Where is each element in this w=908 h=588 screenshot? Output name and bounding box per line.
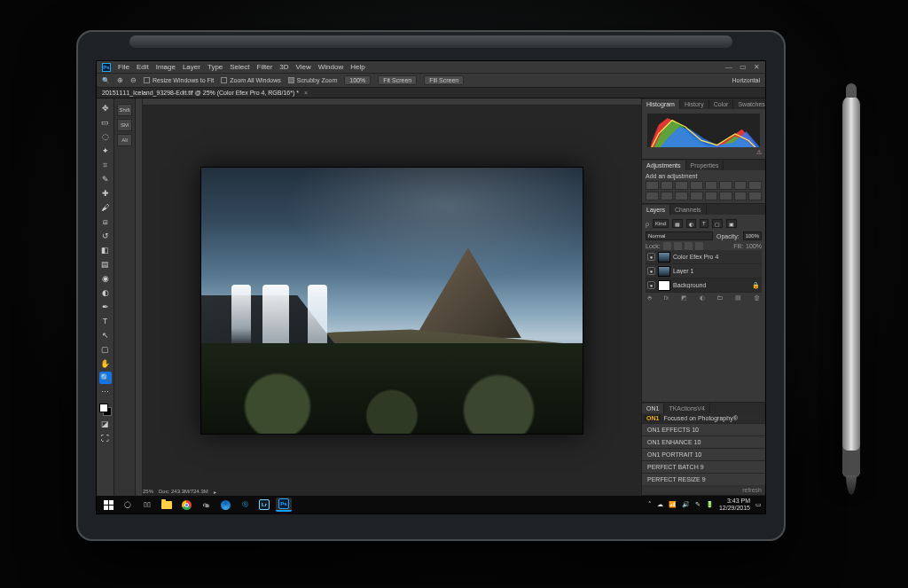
layer-filter-smart-icon[interactable]: ▣: [726, 219, 737, 228]
window-maximize-icon[interactable]: ▭: [740, 63, 747, 71]
layer-name[interactable]: Color Efex Pro 4: [673, 254, 760, 260]
adj-brightness-icon[interactable]: [646, 181, 659, 190]
opacity-value[interactable]: 100%: [743, 231, 762, 240]
adj-selective-color-icon[interactable]: [748, 192, 762, 200]
menu-help[interactable]: Help: [350, 63, 364, 71]
taskbar-lightroom[interactable]: Lr: [256, 498, 272, 512]
tool-marquee[interactable]: ▭: [99, 116, 112, 129]
color-swatches[interactable]: [99, 404, 112, 416]
layer-row[interactable]: ● Layer 1: [646, 264, 762, 278]
tab-on1[interactable]: ON1: [642, 404, 664, 413]
tool-quickmask[interactable]: ◪: [99, 418, 112, 430]
lock-position-icon[interactable]: [685, 242, 693, 250]
taskbar-file-explorer[interactable]: [159, 498, 175, 512]
window-close-icon[interactable]: ✕: [754, 63, 760, 71]
plugin-resize[interactable]: PERFECT RESIZE 9: [642, 473, 765, 485]
menu-window[interactable]: Window: [318, 63, 343, 71]
menu-view[interactable]: View: [296, 63, 311, 71]
layer-fx-icon[interactable]: fx: [664, 294, 669, 302]
menu-filter[interactable]: Filter: [257, 63, 273, 71]
adj-photo-filter-icon[interactable]: [646, 192, 659, 200]
task-view-icon[interactable]: ▯▯: [139, 498, 155, 512]
layer-visibility-icon[interactable]: ●: [647, 267, 655, 275]
tab-layers[interactable]: Layers: [642, 205, 670, 215]
layer-filter-pixel-icon[interactable]: ▦: [672, 219, 683, 228]
plugin-enhance[interactable]: ON1 ENHANCE 10: [642, 435, 765, 448]
adj-vibrance-icon[interactable]: [705, 181, 718, 190]
tray-pen-icon[interactable]: ✎: [695, 501, 701, 508]
tool-path[interactable]: ↖: [99, 329, 112, 341]
menu-type[interactable]: Type: [207, 63, 223, 71]
tool-more[interactable]: ⋯: [99, 386, 112, 398]
adj-gradient-map-icon[interactable]: [734, 192, 748, 200]
tool-history-brush[interactable]: ↺: [99, 230, 112, 242]
resize-windows-checkbox[interactable]: [144, 77, 150, 83]
plugin-refresh-link[interactable]: refresh: [742, 487, 762, 493]
tool-dodge[interactable]: ◐: [99, 286, 112, 299]
menu-edit[interactable]: Edit: [137, 63, 149, 71]
taskbar-store-icon[interactable]: 🛍: [198, 498, 214, 512]
tool-wand[interactable]: ✦: [99, 145, 112, 157]
zoom-tool-icon[interactable]: 🔍: [102, 77, 110, 84]
tool-move[interactable]: ✥: [99, 102, 112, 114]
document-tab-close-icon[interactable]: ×: [304, 90, 308, 96]
new-adjustment-icon[interactable]: ◐: [700, 294, 705, 302]
menu-image[interactable]: Image: [156, 63, 176, 71]
adj-curves-icon[interactable]: [675, 181, 688, 190]
tool-pen[interactable]: ✒: [99, 301, 112, 313]
cortana-search-icon[interactable]: ◯: [120, 498, 136, 512]
fill-value[interactable]: 100%: [746, 243, 762, 249]
tool-text[interactable]: T: [99, 315, 112, 327]
fit-screen-button[interactable]: Fit Screen: [378, 75, 417, 85]
plugin-portrait[interactable]: ON1 PORTRAIT 10: [642, 448, 765, 460]
tool-crop[interactable]: ⌗: [99, 159, 112, 171]
zoom-all-checkbox[interactable]: [221, 77, 227, 83]
menu-3d[interactable]: 3D: [279, 63, 288, 71]
zoom-100-button[interactable]: 100%: [344, 75, 371, 85]
layer-visibility-icon[interactable]: ●: [647, 253, 655, 261]
menu-layer[interactable]: Layer: [183, 63, 200, 71]
zoom-in-icon[interactable]: ⊕: [117, 76, 123, 84]
layer-visibility-icon[interactable]: ●: [647, 281, 655, 289]
tool-screenmode[interactable]: ⛶: [99, 432, 112, 444]
tab-channels[interactable]: Channels: [670, 205, 707, 215]
tool-brush[interactable]: 🖌: [99, 201, 112, 214]
canvas-area[interactable]: 25% Doc: 243.3M/724.3M ▸: [136, 98, 641, 496]
adj-exposure-icon[interactable]: [690, 181, 703, 190]
tool-hand[interactable]: ✋: [99, 357, 112, 370]
adj-levels-icon[interactable]: [661, 181, 674, 190]
link-layers-icon[interactable]: ⬘: [647, 294, 652, 302]
taskbar-edge[interactable]: [217, 498, 233, 512]
adj-hue-icon[interactable]: [719, 181, 732, 190]
taskbar-chrome[interactable]: [178, 498, 194, 512]
layer-filter-shape-icon[interactable]: ▢: [712, 219, 723, 228]
histogram-warning-icon[interactable]: ⚠: [756, 149, 762, 156]
adj-posterize-icon[interactable]: [705, 192, 718, 200]
tab-adjustments[interactable]: Adjustments: [642, 161, 686, 170]
side-btn-sm[interactable]: SM: [117, 119, 132, 131]
fill-screen-button[interactable]: Fill Screen: [424, 75, 464, 85]
taskbar-photoshop[interactable]: Ps: [276, 498, 292, 512]
tab-properties[interactable]: Properties: [686, 161, 724, 170]
tool-gradient[interactable]: ▤: [99, 258, 112, 270]
scrubby-zoom-checkbox[interactable]: [288, 77, 294, 83]
tool-blur[interactable]: ◉: [99, 272, 112, 285]
plugin-batch[interactable]: PERFECT BATCH 9: [642, 460, 765, 473]
tool-zoom[interactable]: 🔍: [99, 372, 112, 384]
menu-file[interactable]: File: [118, 63, 129, 71]
adj-invert-icon[interactable]: [690, 192, 703, 200]
lock-trans-icon[interactable]: [663, 242, 671, 250]
status-arrow-icon[interactable]: ▸: [214, 489, 216, 495]
blend-mode-select[interactable]: Normal: [646, 231, 713, 240]
tool-stamp[interactable]: ⧇: [99, 216, 112, 228]
lock-pixels-icon[interactable]: [674, 242, 682, 250]
tray-volume-icon[interactable]: 🔊: [682, 501, 690, 508]
tool-heal[interactable]: ✚: [99, 187, 112, 200]
layer-filter-type-icon[interactable]: T: [700, 219, 708, 228]
tab-swatches[interactable]: Swatches: [733, 99, 766, 109]
tool-eraser[interactable]: ◧: [99, 244, 112, 256]
window-minimize-icon[interactable]: —: [725, 63, 732, 71]
layer-name[interactable]: Background: [673, 282, 749, 288]
plugin-effects[interactable]: ON1 EFFECTS 10: [642, 423, 765, 435]
zoom-out-icon[interactable]: ⊖: [130, 76, 137, 84]
